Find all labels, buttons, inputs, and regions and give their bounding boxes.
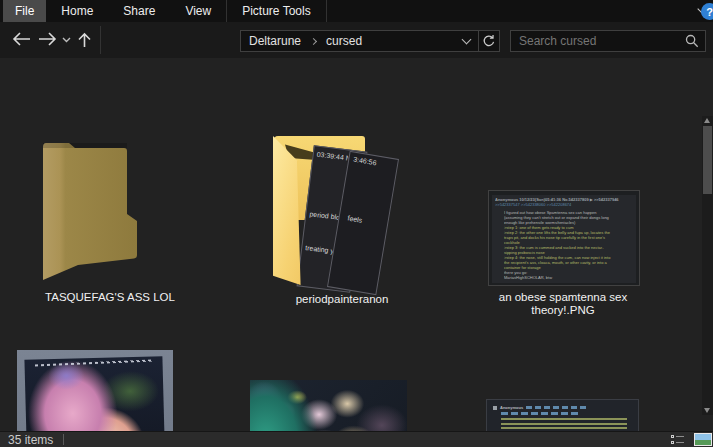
forward-button[interactable]	[38, 32, 57, 46]
address-bar[interactable]: Deltarune cursed	[240, 30, 500, 52]
reply-links	[526, 406, 586, 409]
file-name-label: periodpainteranon	[257, 293, 427, 306]
file-name-label: TASQUEFAG'S ASS LOL	[25, 291, 195, 304]
search-icon[interactable]	[685, 34, 699, 48]
search-box[interactable]	[510, 30, 706, 52]
file-explorer-window: File Home Share View Picture Tools ? Del…	[0, 0, 713, 447]
folder-icon	[42, 142, 138, 282]
4chan-post-preview: Anonymous 10/12/23(Sun)05:41:36 No.54233…	[492, 195, 636, 283]
up-button[interactable]	[77, 32, 92, 48]
breadcrumb-segment-deltarune[interactable]: Deltarune	[241, 34, 309, 48]
search-input[interactable]	[511, 34, 685, 48]
status-bar: 35 items	[0, 431, 713, 447]
back-button[interactable]	[12, 32, 31, 46]
help-icon[interactable]: ?	[701, 3, 713, 20]
4chan-post-header: Anonymous	[493, 405, 586, 410]
address-dropdown-chevron-icon[interactable]	[462, 35, 472, 45]
ribbon-tab-file[interactable]: File	[3, 0, 46, 22]
breadcrumb-chevron-icon[interactable]	[310, 37, 317, 44]
scrollbar-thumb[interactable]	[703, 126, 712, 194]
ribbon-tab-bar: File Home Share View Picture Tools ?	[0, 0, 713, 22]
ribbon-tab-view[interactable]: View	[170, 0, 226, 22]
file-list-area[interactable]: TASQUEFAG'S ASS LOL 03:39:44 No.5 period…	[0, 58, 713, 431]
breadcrumb-segment-cursed[interactable]: cursed	[318, 34, 370, 48]
recent-locations-chevron-icon[interactable]	[62, 37, 71, 43]
details-view-button[interactable]	[670, 434, 686, 445]
navigation-bar: Deltarune cursed	[0, 22, 713, 58]
items-count: 35 items	[8, 433, 53, 447]
handwriting-line	[35, 359, 153, 366]
image-thumbnail: Anonymous 10/12/23(Sun)05:41:36 No.54233…	[488, 190, 640, 286]
ribbon-tab-share[interactable]: Share	[108, 0, 170, 22]
vertical-scrollbar[interactable]	[702, 116, 713, 415]
toolbar-divider	[100, 26, 101, 54]
status-divider	[63, 434, 64, 445]
refresh-icon[interactable]	[479, 31, 499, 51]
ribbon-tab-picture-tools[interactable]: Picture Tools	[226, 0, 326, 22]
checkbox-icon	[493, 406, 497, 410]
folder-with-previews-icon: 03:39:44 No.5 period blood g treating yo…	[273, 136, 437, 288]
scroll-up-icon[interactable]	[704, 118, 710, 123]
thumbnail-view-button[interactable]	[694, 433, 712, 446]
ribbon-tab-home[interactable]: Home	[46, 0, 108, 22]
file-name-label: an obese spamtenna sex theory!.PNG	[478, 291, 648, 317]
scroll-down-icon[interactable]	[704, 408, 710, 413]
reply-links-row	[501, 412, 581, 415]
